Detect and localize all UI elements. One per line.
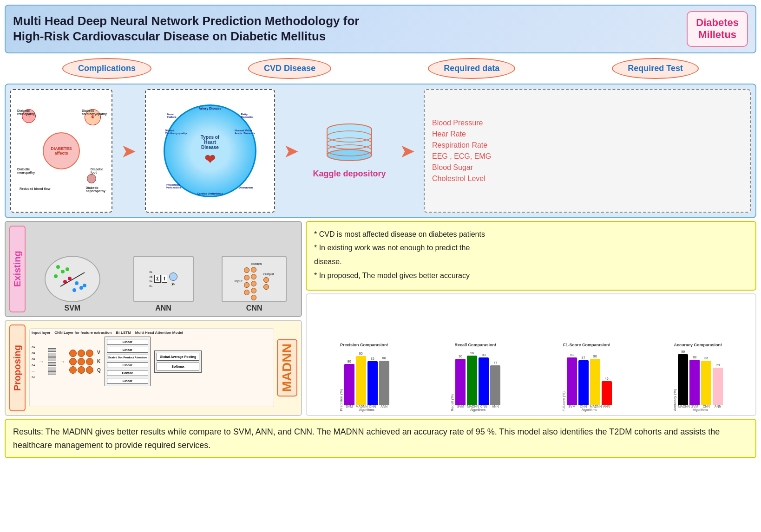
bar-0-1 xyxy=(356,356,366,405)
bar-2-0 xyxy=(567,357,577,405)
bar-3-3 xyxy=(713,368,723,405)
ml-models: SVM x₁ x₂ x₃ xyxy=(29,226,297,312)
header-section: Multi Head Deep Neural Network Predictio… xyxy=(5,5,756,53)
cnn-label: CNN xyxy=(246,304,262,312)
cnn-diagram: Input xyxy=(222,256,287,302)
chart-1: Recall Comparasion!Recall (%)90969377SVM… xyxy=(422,343,530,411)
oval-reqdata: Required data xyxy=(428,58,515,79)
oval-cvd: CVD Disease xyxy=(248,58,331,79)
bar-2-3 xyxy=(602,381,612,405)
heart-diagram: Types of Heart Disease ❤ Artery Disease … xyxy=(164,104,256,197)
info-line4: * In proposed, The model gives better ac… xyxy=(314,270,748,282)
svm-label: SVM xyxy=(65,304,81,312)
input-nodes: x₁ x₂ x₃ x₄ ... xₙ xyxy=(32,344,35,379)
comp-nephropathy-label: Diabeticnephropathy xyxy=(86,186,105,193)
arrow-cvd-to-data: ➤ xyxy=(280,89,303,213)
bar-3-1 xyxy=(689,360,700,405)
comp-center-label: DIABETES affects xyxy=(43,132,80,169)
svm-model: SVM xyxy=(29,256,116,312)
proposing-label: Proposing xyxy=(9,324,26,411)
bar-3-2 xyxy=(701,361,711,405)
complications-box: 🧠 🫀 Diabeticneuropathy Reduced blood flo… xyxy=(10,89,112,213)
main-bottom-section: Existing xyxy=(5,221,756,416)
header-title: Multi Head Deep Neural Network Predictio… xyxy=(13,13,359,45)
database-svg xyxy=(324,123,375,164)
oval-complications: Complications xyxy=(62,58,151,79)
vkq-labels: V K Q xyxy=(97,350,101,373)
ann-label: ANN xyxy=(155,304,171,312)
results-text: Results: The MADNN gives better results … xyxy=(13,425,748,452)
comp-neuropathy-label: Diabeticneuropathy xyxy=(17,168,35,174)
ann-model: x₁ x₂ x₃ xₙ Σ f xyxy=(120,256,207,312)
reqtest-item-3: Respiration Rate xyxy=(432,141,742,149)
main-container: Multi Head Deep Neural Network Predictio… xyxy=(0,0,761,532)
main-top-section: 🧠 🫀 Diabeticneuropathy Reduced blood flo… xyxy=(5,84,756,218)
right-panel: * CVD is most affected disease on diabet… xyxy=(306,221,756,416)
kaggle-box: Kaggle depository xyxy=(308,89,391,213)
comp-cardio-label: Diabeticcardiomyopathy xyxy=(82,109,107,116)
svm-diagram xyxy=(45,256,100,302)
comp-retinopathy-label: Diabeticretinopathy xyxy=(17,109,35,116)
reqtest-item-6: Cholestrol Level xyxy=(432,175,742,183)
chart-3: Accuracy Comparasion!Accuracy (%)9988867… xyxy=(644,343,752,411)
input-rects xyxy=(48,348,56,375)
gap-softmax-block: Global Average Pooling Softmax xyxy=(154,350,202,373)
chart-2: F1-Score Comparasion!F-Score (%)93879046… xyxy=(533,343,641,411)
proposing-content: Input layer CNN Layer for feature extrac… xyxy=(29,324,297,411)
comp-foot-icon xyxy=(87,174,96,183)
chart-title-1: Recall Comparasion! xyxy=(454,343,496,347)
bar-2-1 xyxy=(578,360,589,405)
bar-0-0 xyxy=(344,364,354,405)
reqtest-item-1: Blood Pressure xyxy=(432,119,742,127)
info-line1: * CVD is most affected disease on diabet… xyxy=(314,228,748,240)
results-section: Results: The MADNN gives better results … xyxy=(5,419,756,459)
attention-block: Linear Linear Scaled Dot Product Attenti… xyxy=(105,337,151,386)
chart-title-3: Accuracy Comparasion! xyxy=(674,343,722,347)
cnn-model: Input xyxy=(211,256,297,312)
arrow-comp-to-cvd: ➤ xyxy=(117,89,140,213)
bar-1-1 xyxy=(467,356,477,405)
cvd-box: Types of Heart Disease ❤ Artery Disease … xyxy=(145,89,275,213)
reqtest-item-2: Hear Rate xyxy=(432,130,742,138)
reqtest-box: Blood Pressure Hear Rate Respiration Rat… xyxy=(424,89,751,213)
bar-0-3 xyxy=(379,361,389,405)
chart-0: Precision Comparasion!Precision (%)80958… xyxy=(310,343,418,411)
architecture-diagram: Input layer CNN Layer for feature extrac… xyxy=(29,328,274,407)
existing-label: Existing xyxy=(9,226,26,312)
reqtest-item-5: Blood Sugar xyxy=(432,163,742,172)
bar-0-2 xyxy=(367,361,378,405)
header-badge: Diabetes Milletus xyxy=(687,11,748,47)
left-panel: Existing xyxy=(5,221,302,416)
existing-section: Existing xyxy=(5,221,302,317)
feature-circles xyxy=(69,350,93,374)
existing-content: SVM x₁ x₂ x₃ xyxy=(29,226,297,312)
proposing-section: Proposing Input layer CNN Layer for feat… xyxy=(5,320,302,416)
bar-3-0 xyxy=(678,354,688,405)
chart-title-2: F1-Score Comparasion! xyxy=(563,343,610,347)
madnn-badge: MADNN xyxy=(277,339,297,396)
svg-point-4 xyxy=(327,149,372,161)
arrow-data-to-test: ➤ xyxy=(396,89,419,213)
bar-1-2 xyxy=(479,357,489,405)
chart-title-0: Precision Comparasion! xyxy=(340,343,388,347)
oval-reqtest: Required Test xyxy=(612,58,699,79)
bar-1-3 xyxy=(490,365,500,405)
comp-foot-label: Diabeticfoot xyxy=(91,168,103,174)
reqtest-item-4: EEG , ECG, EMG xyxy=(432,152,742,161)
comp-blood-label: Reduced blood flow xyxy=(20,187,51,190)
info-line3: disease. xyxy=(314,256,748,268)
bar-1-0 xyxy=(455,359,466,405)
oval-row: Complications CVD Disease Required data … xyxy=(5,56,756,81)
ann-diagram: x₁ x₂ x₃ xₙ Σ f xyxy=(133,256,194,302)
info-box: * CVD is most affected disease on diabet… xyxy=(306,221,756,291)
kaggle-label: Kaggle depository xyxy=(313,169,386,179)
bar-2-2 xyxy=(590,359,600,405)
info-line2: * In existing work was not enough to pre… xyxy=(314,242,748,254)
charts-box: Precision Comparasion!Precision (%)80958… xyxy=(306,293,756,416)
input-arrows: → xyxy=(39,358,44,365)
